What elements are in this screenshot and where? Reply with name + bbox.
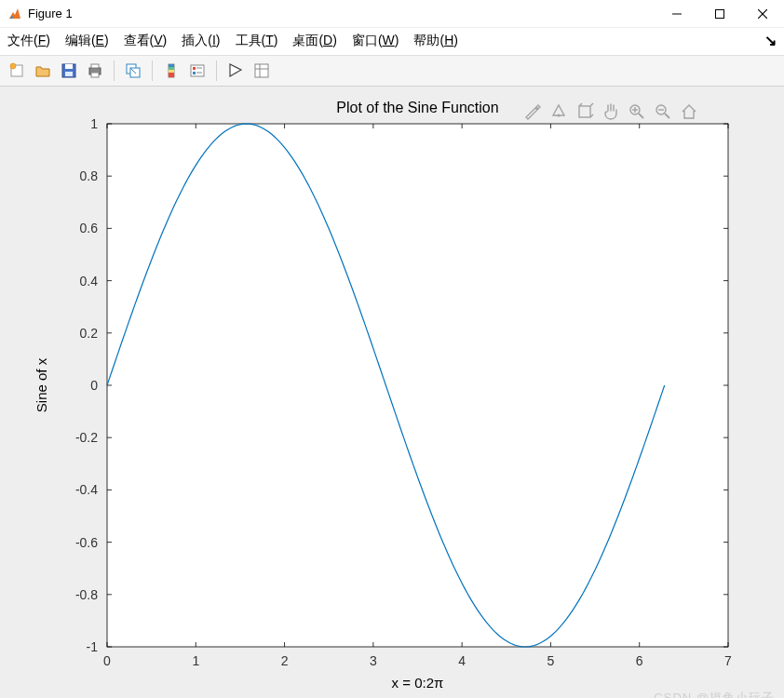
property-inspector-button[interactable] <box>250 60 273 82</box>
rotate3d-icon[interactable] <box>575 102 594 121</box>
svg-rect-17 <box>169 67 174 70</box>
print-button[interactable] <box>84 60 106 82</box>
svg-point-5 <box>10 63 16 69</box>
svg-rect-67 <box>579 106 590 117</box>
y-tick-label: -0.8 <box>75 587 98 602</box>
menu-t[interactable]: 工具(T) <box>236 33 278 49</box>
y-tick-label: 0.6 <box>80 221 99 235</box>
save-button[interactable] <box>58 60 80 82</box>
svg-rect-19 <box>169 73 174 77</box>
svg-line-69 <box>590 103 593 106</box>
figure-toolbar <box>0 55 784 87</box>
x-tick-label: 0 <box>103 653 111 668</box>
svg-line-76 <box>665 114 669 118</box>
zoom-out-icon[interactable] <box>654 102 672 121</box>
svg-rect-21 <box>193 67 196 70</box>
axes-toolbar <box>523 102 698 121</box>
chart-title: Plot of the Sine Function <box>336 100 498 115</box>
link-data-button[interactable] <box>122 60 144 82</box>
svg-rect-18 <box>169 70 174 73</box>
x-tick-label: 3 <box>370 653 377 668</box>
figure-canvas: 01234567-1-0.8-0.6-0.4-0.200.20.40.60.81… <box>0 87 784 698</box>
y-tick-label: -1 <box>87 639 99 654</box>
x-tick-label: 6 <box>636 653 643 668</box>
zoom-in-icon[interactable] <box>628 102 646 121</box>
minimize-button[interactable] <box>656 0 698 28</box>
y-tick-label: -0.2 <box>75 430 98 445</box>
svg-rect-22 <box>193 72 196 74</box>
legend-button[interactable] <box>186 60 209 82</box>
y-tick-label: 1 <box>90 116 98 131</box>
matlab-icon <box>7 7 22 21</box>
svg-rect-8 <box>65 72 73 76</box>
x-tick-label: 7 <box>724 653 732 668</box>
menu-i[interactable]: 插入(I) <box>182 33 220 49</box>
y-tick-label: 0 <box>90 378 98 393</box>
menubar: 文件(F)编辑(E)查看(V)插入(I)工具(T)桌面(D)窗口(W)帮助(H)… <box>0 28 784 55</box>
y-tick-label: -0.4 <box>75 482 98 497</box>
menu-v[interactable]: 查看(V) <box>124 33 168 49</box>
svg-rect-11 <box>91 73 99 77</box>
menu-d[interactable]: 桌面(D) <box>292 33 336 49</box>
menu-f[interactable]: 文件(F) <box>7 33 50 49</box>
y-tick-label: 0.4 <box>80 274 99 289</box>
brush-icon[interactable] <box>523 102 542 121</box>
pan-icon[interactable] <box>602 102 620 121</box>
y-tick-label: 0.8 <box>80 168 99 183</box>
watermark: CSDN @摸鱼小玩子 <box>654 690 775 698</box>
svg-point-66 <box>558 114 561 117</box>
y-tick-label: -0.6 <box>75 535 98 550</box>
toolbar-separator <box>216 60 217 81</box>
y-axis-label: Sine of x <box>34 357 49 412</box>
x-tick-label: 5 <box>547 653 555 668</box>
plot-area <box>107 124 728 647</box>
toolbar-separator <box>114 60 115 81</box>
svg-line-72 <box>639 114 643 118</box>
x-tick-label: 4 <box>458 653 466 668</box>
menubar-overflow-icon[interactable]: ↘ <box>764 32 777 49</box>
menu-h[interactable]: 帮助(H) <box>413 33 457 49</box>
svg-rect-7 <box>65 64 73 69</box>
svg-rect-25 <box>255 64 268 77</box>
toolbar-separator <box>152 60 153 81</box>
data-tips-icon[interactable] <box>549 102 568 121</box>
y-tick-label: 0.2 <box>80 326 99 341</box>
x-tick-label: 2 <box>281 653 289 668</box>
menu-w[interactable]: 窗口(W) <box>352 33 399 49</box>
svg-rect-16 <box>169 64 174 67</box>
edit-plot-button[interactable] <box>224 60 247 82</box>
maximize-button[interactable] <box>698 0 741 28</box>
home-icon[interactable] <box>680 102 698 121</box>
axes[interactable]: 01234567-1-0.8-0.6-0.4-0.200.20.40.60.81… <box>28 96 756 693</box>
menu-e[interactable]: 编辑(E) <box>65 33 109 49</box>
window-title: Figure 1 <box>28 7 73 20</box>
new-figure-button[interactable] <box>6 60 28 82</box>
colorbar-button[interactable] <box>160 60 182 82</box>
svg-rect-10 <box>91 64 99 68</box>
svg-rect-20 <box>191 65 204 76</box>
x-tick-label: 1 <box>192 653 199 668</box>
x-axis-label: x = 0:2π <box>392 675 444 691</box>
titlebar: Figure 1 <box>0 0 784 28</box>
close-button[interactable] <box>741 0 784 28</box>
open-button[interactable] <box>32 60 54 82</box>
svg-rect-1 <box>716 9 724 18</box>
